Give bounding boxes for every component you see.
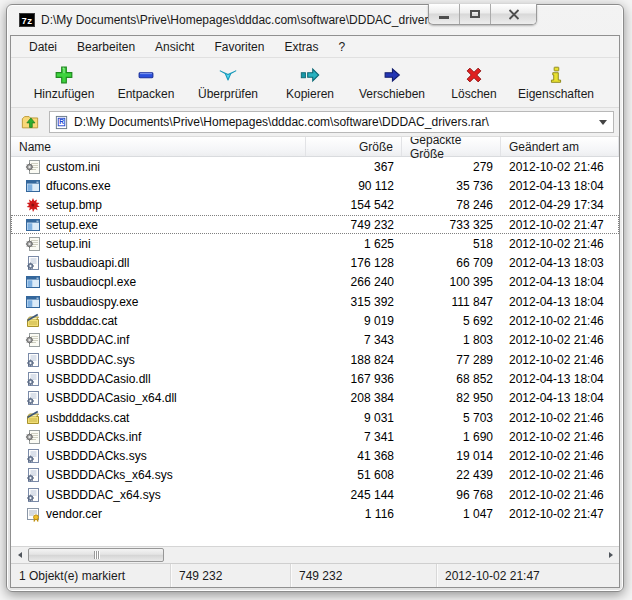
delete-button[interactable]: Löschen [433, 60, 515, 106]
file-name: USBDDDAC.sys [46, 353, 135, 367]
file-packed-size-cell: 1 047 [402, 507, 501, 521]
arrow-left-icon [18, 552, 22, 558]
file-row[interactable]: usbdddacks.cat9 0315 7032012-10-02 21:46 [11, 408, 619, 427]
status-packed-size: 749 232 [291, 564, 437, 587]
file-size-cell: 245 144 [306, 488, 402, 502]
bmp-file-icon [25, 197, 41, 213]
exe-file-icon [25, 294, 41, 310]
test-button[interactable]: Überprüfen [187, 60, 269, 106]
tool-label: Überprüfen [198, 87, 258, 101]
menu-favoriten[interactable]: Favoriten [204, 37, 274, 57]
file-name-cell: setup.exe [11, 217, 306, 233]
file-row[interactable]: tusbaudioapi.dll176 12866 7092012-04-13 … [11, 253, 619, 272]
file-modified-cell: 2012-10-02 21:47 [501, 218, 619, 232]
file-modified-cell: 2012-10-02 21:46 [501, 314, 619, 328]
column-header-modified[interactable]: Geändert am [501, 137, 619, 156]
menu-ansicht[interactable]: Ansicht [145, 37, 204, 57]
exe-file-icon [25, 274, 41, 290]
scrollbar-track[interactable] [164, 547, 602, 563]
file-row[interactable]: USBDDDAC.inf7 3431 8032012-10-02 21:46 [11, 331, 619, 350]
move-button[interactable]: Verschieben [351, 60, 433, 106]
up-one-level-button[interactable] [15, 111, 45, 134]
scroll-left-button[interactable] [11, 547, 28, 563]
ini-file-icon [25, 159, 41, 175]
file-packed-size-cell: 96 768 [402, 488, 501, 502]
tool-label: Kopieren [286, 87, 334, 101]
file-modified-cell: 2012-10-02 21:46 [501, 333, 619, 347]
dll-file-icon [25, 255, 41, 271]
file-row[interactable]: USBDDDAC.sys188 82477 2892012-10-02 21:4… [11, 350, 619, 369]
scrollbar-thumb[interactable] [28, 548, 164, 562]
file-name: USBDDDACasio.dll [46, 372, 151, 386]
file-modified-cell: 2012-10-02 21:46 [501, 353, 619, 367]
file-modified-cell: 2012-10-02 21:46 [501, 488, 619, 502]
file-size-cell: 188 824 [306, 353, 402, 367]
file-name-cell: tusbaudiospy.exe [11, 294, 306, 310]
column-header-size[interactable]: Größe [306, 137, 402, 156]
menu-datei[interactable]: Datei [19, 37, 67, 57]
address-path: D:\My Documents\Prive\Homepages\dddac.co… [74, 115, 594, 129]
minimize-button[interactable] [429, 4, 460, 24]
file-row[interactable]: custom.ini3672792012-10-02 21:46 [11, 157, 619, 176]
file-name-cell: USBDDDACks.inf [11, 429, 306, 445]
file-name: setup.bmp [46, 198, 102, 212]
file-rows: custom.ini3672792012-10-02 21:46dfucons.… [11, 157, 619, 546]
file-row[interactable]: USBDDDACks.inf7 3411 6902012-10-02 21:46 [11, 427, 619, 446]
file-row[interactable]: tusbaudiospy.exe315 392111 8472012-04-13… [11, 292, 619, 311]
file-row[interactable]: setup.bmp154 54278 2462012-04-29 17:34 [11, 196, 619, 215]
file-list: Name Größe Gepackte Größe Geändert am cu… [11, 137, 619, 546]
thumb-grip [98, 551, 99, 559]
menu-bearbeiten[interactable]: Bearbeiten [67, 37, 145, 57]
file-packed-size-cell: 35 736 [402, 179, 501, 193]
close-icon [508, 9, 520, 20]
file-row[interactable]: tusbaudiocpl.exe266 240100 3952012-04-13… [11, 273, 619, 292]
add-button[interactable]: Hinzufügen [23, 60, 105, 106]
file-name-cell: dfucons.exe [11, 178, 306, 194]
file-name-cell: setup.ini [11, 236, 306, 252]
file-modified-cell: 2012-04-13 18:04 [501, 391, 619, 405]
file-row[interactable]: USBDDDACasio_x64.dll208 38482 9502012-04… [11, 389, 619, 408]
extract-button[interactable]: Entpacken [105, 60, 187, 106]
file-row[interactable]: USBDDDACks.sys41 36819 0142012-10-02 21:… [11, 446, 619, 465]
maximize-button[interactable] [460, 4, 491, 24]
window-title: D:\My Documents\Prive\Homepages\dddac.co… [41, 13, 456, 27]
file-modified-cell: 2012-10-02 21:46 [501, 449, 619, 463]
file-name: USBDDDAC_x64.sys [46, 488, 161, 502]
file-row[interactable]: usbdddac.cat9 0195 6922012-10-02 21:46 [11, 311, 619, 330]
file-name-cell: USBDDDAC_x64.sys [11, 487, 306, 503]
file-modified-cell: 2012-10-02 21:46 [501, 160, 619, 174]
copy-button[interactable]: Kopieren [269, 60, 351, 106]
file-row[interactable]: USBDDDACasio.dll167 93668 8522012-04-13 … [11, 369, 619, 388]
maximize-icon [470, 10, 480, 18]
menu-bar: Datei Bearbeiten Ansicht Favoriten Extra… [11, 36, 619, 58]
column-header-packed-size[interactable]: Gepackte Größe [402, 137, 501, 156]
file-name: usbdddacks.cat [46, 411, 129, 425]
file-row[interactable]: setup.exe749 232733 3252012-10-02 21:47 [11, 215, 619, 234]
address-combobox[interactable]: R D:\My Documents\Prive\Homepages\dddac.… [49, 111, 614, 133]
close-button[interactable] [491, 4, 536, 24]
chevron-down-icon[interactable] [599, 120, 607, 125]
file-row[interactable]: USBDDDACks_x64.sys51 60822 4392012-10-02… [11, 466, 619, 485]
file-row[interactable]: dfucons.exe90 11235 7362012-04-13 18:04 [11, 176, 619, 195]
column-header-name[interactable]: Name [11, 137, 306, 156]
exe-file-icon [25, 178, 41, 194]
menu-extras[interactable]: Extras [274, 37, 328, 57]
menu-hilfe[interactable]: ? [328, 37, 355, 57]
file-packed-size-cell: 279 [402, 160, 501, 174]
properties-button[interactable]: Eigenschaften [515, 60, 597, 106]
delete-x-icon [462, 64, 486, 86]
file-size-cell: 208 384 [306, 391, 402, 405]
tool-label: Hinzufügen [34, 87, 95, 101]
window-controls [428, 4, 537, 25]
dll-file-icon [25, 352, 41, 368]
file-size-cell: 154 542 [306, 198, 402, 212]
file-row[interactable]: USBDDDAC_x64.sys245 14496 7682012-10-02 … [11, 485, 619, 504]
title-bar[interactable]: 7z D:\My Documents\Prive\Homepages\dddac… [7, 5, 623, 35]
file-packed-size-cell: 22 439 [402, 468, 501, 482]
horizontal-scrollbar[interactable] [11, 546, 619, 563]
scroll-right-button[interactable] [602, 547, 619, 563]
file-size-cell: 367 [306, 160, 402, 174]
file-row[interactable]: vendor.cer1 1161 0472012-10-02 21:47 [11, 504, 619, 523]
file-row[interactable]: setup.ini1 6255182012-10-02 21:46 [11, 234, 619, 253]
file-size-cell: 7 341 [306, 430, 402, 444]
